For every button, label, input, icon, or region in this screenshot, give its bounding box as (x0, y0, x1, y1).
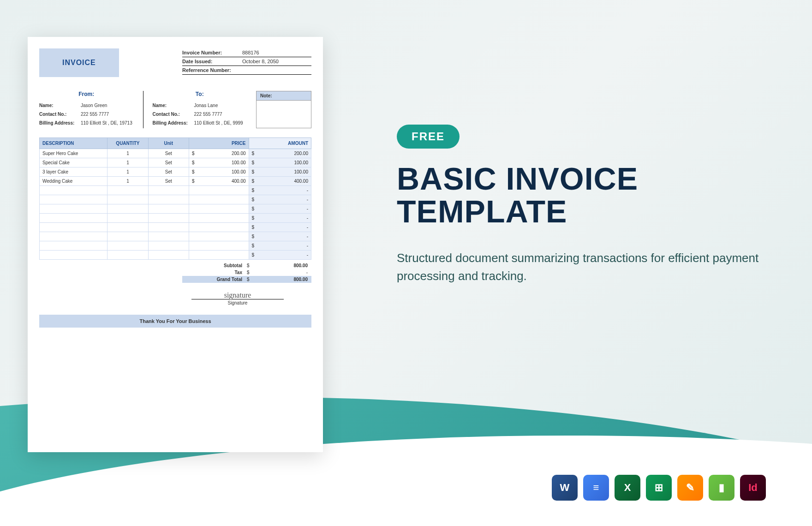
col-quantity: QUANTITY (107, 138, 148, 149)
excel-icon[interactable]: X (615, 475, 640, 501)
col-price: PRICE (189, 138, 249, 149)
table-row: $- (40, 223, 311, 232)
table-row: $- (40, 195, 311, 204)
table-row: $- (40, 214, 311, 223)
indesign-icon[interactable]: Id (740, 475, 766, 501)
col-description: DESCRIPTION (40, 138, 107, 149)
items-table: DESCRIPTION QUANTITY Unit PRICE AMOUNT S… (39, 137, 311, 260)
col-unit: Unit (148, 138, 189, 149)
signature-line: signature Signature (191, 299, 284, 305)
reference-label: Referrence Number: (182, 67, 242, 73)
page-title: BASIC INVOICE TEMPLATE (397, 162, 766, 228)
page-description: Structured document summarizing transact… (397, 249, 766, 285)
from-title: From: (39, 91, 134, 97)
google-sheets-icon[interactable]: ⊞ (646, 475, 672, 501)
col-amount: AMOUNT (249, 138, 311, 149)
totals: Subtotal$800.00 Tax$- Grand Total$800.00 (182, 262, 311, 283)
word-icon[interactable]: W (552, 475, 578, 501)
note-box: Note: (256, 91, 311, 128)
invoice-number-value: 888176 (242, 50, 311, 55)
to-party: To: Name:Jonas Lane Contact No.:222 555 … (153, 91, 247, 128)
table-row: $- (40, 241, 311, 251)
google-docs-icon[interactable]: ≡ (583, 475, 609, 501)
free-badge: FREE (397, 125, 460, 149)
table-row: Wedding Cake1Set$400.00$400.00 (40, 177, 311, 186)
app-icons-row: W ≡ X ⊞ ✎ ▮ Id (552, 475, 766, 501)
pages-icon[interactable]: ✎ (677, 475, 703, 501)
table-row: $- (40, 232, 311, 241)
reference-value (242, 67, 311, 73)
date-issued-value: October 8, 2050 (242, 59, 311, 64)
to-title: To: (153, 91, 247, 97)
invoice-number-label: Invoice Number: (182, 50, 242, 55)
from-party: From: Name:Jason Green Contact No.:222 5… (39, 91, 134, 128)
date-issued-label: Date Issued: (182, 59, 242, 64)
table-row: 3 layer Cake1Set$100.00$100.00 (40, 167, 311, 177)
table-row: Super Hero Cake1Set$200.00$200.00 (40, 149, 311, 158)
table-row: $- (40, 251, 311, 260)
table-row: $- (40, 186, 311, 195)
thanks-footer: Thank You For Your Business (39, 315, 311, 328)
invoice-document: INVOICE Invoice Number:888176 Date Issue… (28, 37, 323, 452)
table-row: Special Cake1Set$100.00$100.00 (40, 158, 311, 167)
invoice-meta: Invoice Number:888176 Date Issued:Octobe… (182, 48, 311, 77)
note-label: Note: (256, 91, 311, 101)
numbers-icon[interactable]: ▮ (709, 475, 734, 501)
invoice-heading: INVOICE (39, 48, 119, 77)
table-row: $- (40, 204, 311, 214)
